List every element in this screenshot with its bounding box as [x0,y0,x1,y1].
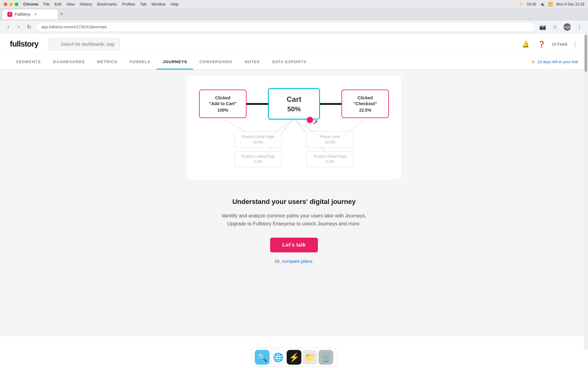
date-time: Mon 6 Dec 15:29 [556,2,584,6]
dock-finder[interactable]: 🔍 [255,350,270,365]
compare-plans-link[interactable]: compare plans. [282,259,314,264]
chrome-tab-bar: f FullStory ✕ + [0,9,588,20]
mac-menu-bookmarks[interactable]: Bookmarks [97,2,117,6]
search-wrapper: 🔍 [48,38,232,50]
header-more-button[interactable]: ⋮ [572,40,578,48]
nav-item-funnels[interactable]: FUNNELS [123,55,157,69]
wifi-icon: 📶 [548,2,553,6]
center-node-card[interactable]: Cart 50% [268,88,320,120]
mac-menu-file[interactable]: File [43,2,50,6]
sub-cards-area: Product Detail Page 24.5% Product Listin… [205,131,383,167]
trial-star-icon: ★ [531,59,535,65]
center-sub-card-2-title: Product Listing Page [239,154,277,159]
mac-menu-history[interactable]: History [80,2,92,6]
address-bar-actions[interactable]: 📷 ☆ Incognito ⋮ [538,22,584,32]
app-header: fullstory 🔍 🔔 ❓ UI Feed ⋮ [0,34,588,55]
upsell-desc-line1: Identify and analyze common paths your u… [222,213,366,218]
mac-menu-window[interactable]: Window [151,2,165,6]
reload-button[interactable]: ↻ [24,22,34,32]
help-button[interactable]: ❓ [536,39,547,50]
trial-badge[interactable]: ★ 13 days left in your trial [531,59,578,65]
right-sub-card-1[interactable]: Promo code 24.5% [306,131,354,148]
browser-nav-controls[interactable]: ‹ › ↻ [4,22,34,32]
chrome-more-button[interactable]: ⋮ [575,22,584,32]
forward-button[interactable]: › [14,22,23,32]
nav-item-segments[interactable]: SEGMENTS [10,55,47,69]
incognito-label: Incognito [564,23,571,31]
or-text: Or, [275,259,281,264]
main-nav: SEGMENTS DASHBOARDS METRICS FUNNELS JOUR… [0,55,588,70]
mac-menu-profiles[interactable]: Profiles [122,2,135,6]
left-node-card[interactable]: Clicked"Add to Cart" 100% [199,90,247,118]
tab-title: FullStory [15,12,30,17]
right-connector [320,103,341,105]
upsell-description: Identify and analyze common paths your u… [222,212,366,228]
dock: 🔍 🌐 ⚡ 📁 🗑️ [251,348,337,367]
back-button[interactable]: ‹ [4,22,13,32]
center-sub-card-1[interactable]: Product Detail Page 24.5% [234,131,282,148]
upsell-section: Understand your users' digital journey I… [216,179,372,276]
right-sub-cards: Promo code 24.5% Product Detail Page 6.6… [306,131,354,167]
minimize-window-button[interactable] [9,2,13,6]
left-column: Clicked"Add to Cart" 100% [199,90,247,118]
maximize-window-button[interactable] [15,2,18,6]
address-text: app.fullstory.com/ui/173GXJ/journeys [41,25,107,29]
center-sub-card-1-title: Product Detail Page [239,135,277,140]
nav-item-conversions[interactable]: CONVERSIONS [193,55,239,69]
nav-item-notes[interactable]: NOTES [239,55,266,69]
right-sub-card-2[interactable]: Product Detail Page 6.6% [306,151,354,167]
battery-time: 03:36 [527,2,536,6]
upsell-title: Understand your users' digital journey [222,198,366,206]
mac-bar-right: ⚡ 03:36 🔌 📶 Mon 6 Dec 15:29 [519,2,584,6]
left-connector [247,103,268,105]
right-node-card[interactable]: Clicked"Checkout" 22.5% [341,90,389,118]
new-tab-button[interactable]: + [60,11,63,17]
camera-icon[interactable]: 📷 [538,22,548,32]
connection-lines-svg [205,119,383,180]
scrollbar-thumb[interactable] [585,35,587,72]
nav-item-dashboards[interactable]: DASHBOARDS [47,55,91,69]
dock-files[interactable]: 📁 [303,350,317,365]
mac-window-controls[interactable] [4,2,18,6]
right-sub-card-2-pct: 6.6% [311,159,349,164]
search-input[interactable] [48,38,120,50]
mac-menu-chrome[interactable]: Chrome [23,2,38,6]
mac-os-bar: Chrome File Edit View History Bookmarks … [0,0,588,9]
bluetooth-icon: 🔌 [540,2,545,6]
mac-bar-left: Chrome File Edit View History Bookmarks … [4,2,179,6]
center-node-pct: 50% [275,105,313,113]
mac-menu-edit[interactable]: Edit [55,2,61,6]
mac-menu-view[interactable]: View [66,2,75,6]
address-bar[interactable]: app.fullstory.com/ui/173GXJ/journeys [36,22,535,32]
dock-trash[interactable]: 🗑️ [318,350,333,365]
cursor-area: ↗ [230,118,383,128]
nodes-row: Clicked"Add to Cart" 100% Cart 50% [205,88,383,120]
mac-menu-bar[interactable]: Chrome File Edit View History Bookmarks … [23,2,179,6]
dock-chrome[interactable]: 🌐 [271,350,285,365]
center-sub-card-1-pct: 24.5% [239,140,277,144]
nav-item-data-exports[interactable]: DATA EXPORTS [266,55,313,69]
browser-tab[interactable]: f FullStory ✕ [2,10,58,19]
address-bar-row: ‹ › ↻ app.fullstory.com/ui/173GXJ/journe… [0,20,588,34]
trial-text: 13 days left in your trial [537,59,578,64]
account-icon[interactable]: Incognito [562,22,572,32]
ui-feed-button[interactable]: UI Feed [552,42,567,47]
center-sub-card-2[interactable]: Product Listing Page 5.3% [234,151,282,167]
nav-item-metrics[interactable]: METRICS [91,55,123,69]
bookmark-icon[interactable]: ☆ [550,22,560,32]
mac-menu-tab[interactable]: Tab [140,2,146,6]
scrollbar[interactable] [584,34,588,350]
ui-feed-label: UI Feed [552,42,567,47]
center-node-title: Cart [275,94,313,104]
close-tab-button[interactable]: ✕ [34,12,37,17]
notifications-button[interactable]: 🔔 [520,39,531,50]
left-node-title: Clicked"Add to Cart" [206,95,240,106]
mac-menu-help[interactable]: Help [171,2,179,6]
dock-terminal[interactable]: ⚡ [287,350,301,365]
journey-diagram: Clicked"Add to Cart" 100% Cart 50% [187,76,401,179]
close-window-button[interactable] [4,2,7,6]
lets-talk-button[interactable]: Let's talk [270,238,318,252]
right-node-title: Clicked"Checkout" [348,95,382,106]
nav-item-journeys[interactable]: JOURNEYS [156,55,193,69]
right-node-pct: 22.5% [348,108,382,113]
